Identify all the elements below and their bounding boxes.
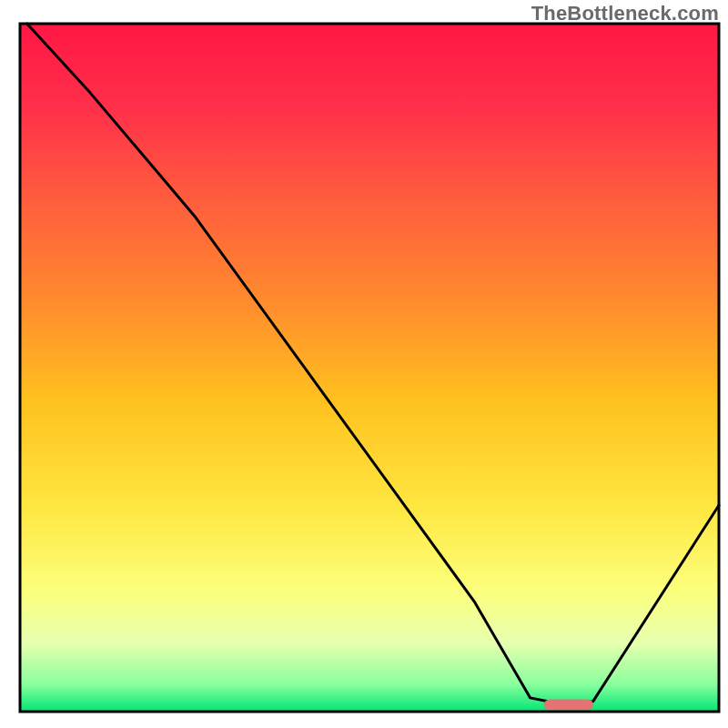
chart-background <box>20 24 719 712</box>
watermark-text: TheBottleneck.com <box>531 2 719 25</box>
optimal-range-marker <box>544 699 593 710</box>
chart-container: TheBottleneck.com <box>0 0 728 728</box>
bottleneck-chart <box>0 0 728 728</box>
